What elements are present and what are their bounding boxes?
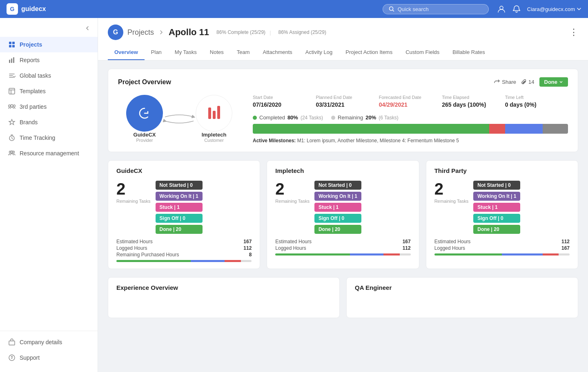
- breadcrumb: Projects: [127, 28, 154, 37]
- completed-label: Completed: [259, 114, 285, 121]
- sidebar-item-reports[interactable]: Reports: [0, 52, 98, 68]
- bell-icon[interactable]: [512, 5, 521, 13]
- main-content: G Projects Apollo 11 86% Complete (25/29…: [98, 18, 588, 372]
- completed-pct: 80%: [287, 114, 298, 121]
- sidebar-label-time-tracking: Time Tracking: [20, 134, 55, 141]
- tab-my-tasks[interactable]: My Tasks: [168, 45, 203, 60]
- tab-team[interactable]: Team: [230, 45, 256, 60]
- impletech-logged-val: 112: [403, 245, 411, 251]
- impletech-card-body: 2 Remaining Tasks Not Started | 0 Workin…: [275, 181, 410, 234]
- overview-body: GuideCX Provider: [118, 95, 568, 143]
- user-email: Ciara@guidecx.com: [527, 6, 575, 12]
- impletech-bar-gray: [400, 253, 411, 255]
- sidebar-item-global-tasks[interactable]: Global tasks: [0, 68, 98, 83]
- arrows-area: [163, 107, 196, 131]
- overview-card-header: Project Overview Share: [118, 77, 568, 87]
- third-party-card-title: Third Party: [434, 167, 570, 174]
- tab-notes[interactable]: Notes: [203, 45, 230, 60]
- header-user[interactable]: Ciara@guidecx.com: [527, 6, 581, 12]
- impletech-est-val: 167: [403, 239, 411, 244]
- project-title-row: G Projects Apollo 11 86% Complete (25/29…: [108, 25, 578, 40]
- sidebar-item-3rd-parties[interactable]: 3rd parties: [0, 99, 98, 114]
- guidecx-est-hours: Estimated Hours 167: [116, 239, 252, 244]
- planned-end-label: Planned End Date: [316, 95, 372, 100]
- svg-point-1: [500, 6, 503, 9]
- guidecx-card-title: GuideCX: [116, 167, 252, 174]
- tab-attachments[interactable]: Attachments: [256, 45, 299, 60]
- guidecx-badge-done[interactable]: Done | 20: [156, 225, 203, 234]
- customer-logo: [196, 95, 232, 132]
- milestones-label: Active Milestones:: [253, 138, 296, 143]
- tab-custom-fields[interactable]: Custom Fields: [399, 45, 446, 60]
- sidebar-item-templates[interactable]: Templates: [0, 83, 98, 99]
- impletech-logged-label: Logged Hours: [275, 245, 306, 251]
- experience-overview-title: Experience Overview: [116, 284, 331, 291]
- sidebar-label-brands: Brands: [20, 119, 38, 125]
- search-bar[interactable]: Quick search: [383, 4, 489, 14]
- guidecx-badge-stuck[interactable]: Stuck | 1: [156, 203, 203, 212]
- company-details-icon: [8, 338, 16, 346]
- third-party-logged-val: 167: [561, 245, 570, 251]
- user-icon[interactable]: [497, 4, 506, 13]
- share-button[interactable]: Share: [494, 79, 516, 85]
- impletech-badge-signoff[interactable]: Sign Off | 0: [314, 214, 361, 223]
- provider-role: Provider: [126, 138, 163, 143]
- impletech-badge-not-started[interactable]: Not Started | 0: [314, 181, 361, 190]
- impletech-bar-blue: [350, 253, 384, 255]
- more-options-button[interactable]: ⋮: [569, 27, 578, 38]
- provider-logo: [126, 95, 163, 132]
- sidebar-item-time-tracking[interactable]: Time Tracking: [0, 130, 98, 146]
- chevron-left-icon[interactable]: [84, 25, 91, 32]
- sidebar-item-resource-management[interactable]: Resource management: [0, 146, 98, 161]
- guidecx-remaining-num: 2: [116, 181, 151, 197]
- tab-overview[interactable]: Overview: [108, 45, 145, 60]
- progress-bar-red: [489, 124, 505, 134]
- provider-name: GuideCX: [126, 132, 163, 138]
- bottom-cards: Experience Overview QA Engineer: [108, 277, 578, 318]
- support-icon: [8, 354, 16, 361]
- third-party-card-body: 2 Remaining Tasks Not Started | 0 Workin…: [434, 181, 570, 234]
- sidebar-item-company-details[interactable]: Company details: [0, 334, 98, 350]
- tab-project-action-items[interactable]: Project Action Items: [339, 45, 399, 60]
- projects-icon: [8, 41, 16, 48]
- impletech-badge-stuck[interactable]: Stuck | 1: [314, 203, 361, 212]
- impletech-badge-done[interactable]: Done | 20: [314, 225, 361, 234]
- third-party-badge-working[interactable]: Working On It | 1: [473, 192, 520, 201]
- resource-management-icon: [8, 150, 16, 157]
- impletech-logged-hours: Logged Hours 112: [275, 245, 410, 251]
- logo[interactable]: G guidecx: [7, 3, 46, 15]
- third-party-remaining-num: 2: [434, 181, 469, 197]
- third-party-bar-green: [434, 253, 502, 255]
- tab-billable-rates[interactable]: Billable Rates: [446, 45, 492, 60]
- guidecx-logo-svg: [136, 104, 154, 122]
- third-party-badge-done[interactable]: Done | 20: [473, 225, 520, 234]
- card-actions: Share 14 Done: [494, 77, 568, 87]
- third-party-badge-stuck[interactable]: Stuck | 1: [473, 203, 520, 212]
- done-chevron-icon: [559, 80, 563, 84]
- sidebar-item-projects[interactable]: Projects: [0, 37, 98, 52]
- third-party-badge-not-started[interactable]: Not Started | 0: [473, 181, 520, 190]
- done-badge[interactable]: Done: [539, 77, 568, 87]
- attachments-badge[interactable]: 14: [521, 79, 534, 85]
- impletech-badges: Not Started | 0 Working On It | 1 Stuck …: [314, 181, 361, 234]
- third-party-logged-hours: Logged Hours 167: [434, 245, 570, 251]
- svg-rect-19: [208, 108, 211, 119]
- sidebar-item-brands[interactable]: Brands: [0, 114, 98, 130]
- team-cards: GuideCX 2 Remaining Tasks Not Started | …: [108, 160, 578, 269]
- progress-bar-green: [253, 124, 489, 134]
- templates-icon: [8, 87, 16, 95]
- impletech-tasks-section: 2 Remaining Tasks: [275, 181, 310, 204]
- provider-logo-area: GuideCX Provider: [126, 95, 163, 143]
- third-party-badge-signoff[interactable]: Sign Off | 0: [473, 214, 520, 223]
- guidecx-badge-working[interactable]: Working On It | 1: [156, 192, 203, 201]
- time-left-label: Time Left: [505, 95, 561, 100]
- sidebar-item-support[interactable]: Support: [0, 350, 98, 365]
- tab-activity-log[interactable]: Activity Log: [299, 45, 339, 60]
- guidecx-purchased-hours: Remaining Purchased Hours 8: [116, 252, 252, 258]
- customer-role: Customer: [196, 138, 232, 143]
- tab-plan[interactable]: Plan: [145, 45, 168, 60]
- sidebar-label-resource-management: Resource management: [20, 150, 79, 157]
- guidecx-badge-not-started[interactable]: Not Started | 0: [156, 181, 203, 190]
- guidecx-badge-signoff[interactable]: Sign Off | 0: [156, 214, 203, 223]
- impletech-badge-working[interactable]: Working On It | 1: [314, 192, 361, 201]
